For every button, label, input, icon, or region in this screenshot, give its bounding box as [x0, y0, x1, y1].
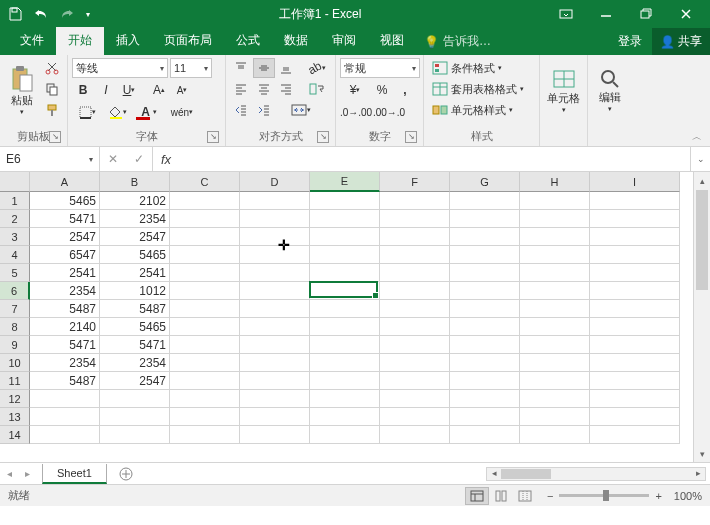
- cell[interactable]: [240, 318, 310, 336]
- expand-formula-bar-icon[interactable]: ⌄: [690, 147, 710, 171]
- col-header-I[interactable]: I: [590, 172, 680, 192]
- cell[interactable]: [170, 264, 240, 282]
- cell[interactable]: [240, 246, 310, 264]
- cell[interactable]: 5471: [30, 210, 100, 228]
- cell[interactable]: 2541: [100, 264, 170, 282]
- increase-font-icon[interactable]: A▴: [148, 80, 170, 100]
- cell[interactable]: [590, 246, 680, 264]
- cell[interactable]: [450, 192, 520, 210]
- cell[interactable]: [590, 282, 680, 300]
- cell[interactable]: [380, 300, 450, 318]
- cell[interactable]: 5465: [100, 318, 170, 336]
- font-name-combo[interactable]: 等线▾: [72, 58, 168, 78]
- decrease-indent-icon[interactable]: [230, 100, 252, 120]
- cell[interactable]: [520, 390, 590, 408]
- wrap-text-icon[interactable]: [303, 79, 331, 99]
- cell[interactable]: [380, 210, 450, 228]
- orientation-icon[interactable]: ab▾: [303, 58, 331, 78]
- cell[interactable]: [450, 372, 520, 390]
- tab-data[interactable]: 数据: [272, 27, 320, 55]
- tab-home[interactable]: 开始: [56, 27, 104, 55]
- cell[interactable]: [590, 390, 680, 408]
- cell[interactable]: [240, 354, 310, 372]
- align-middle-icon[interactable]: [253, 58, 275, 78]
- cell[interactable]: 6547: [30, 246, 100, 264]
- cell[interactable]: [450, 408, 520, 426]
- cell[interactable]: [240, 228, 310, 246]
- cell[interactable]: [170, 282, 240, 300]
- cell[interactable]: [170, 408, 240, 426]
- cell[interactable]: [520, 228, 590, 246]
- cell[interactable]: [380, 192, 450, 210]
- comma-icon[interactable]: ,: [394, 80, 416, 100]
- row-header-13[interactable]: 13: [0, 408, 30, 426]
- cell[interactable]: [520, 282, 590, 300]
- formula-input[interactable]: [179, 147, 690, 171]
- align-top-icon[interactable]: [230, 58, 252, 78]
- align-left-icon[interactable]: [230, 79, 252, 99]
- minimize-icon[interactable]: [586, 0, 626, 28]
- cell[interactable]: 5487: [30, 300, 100, 318]
- qat-customize-icon[interactable]: ▾: [82, 3, 94, 25]
- cell[interactable]: [520, 354, 590, 372]
- cell[interactable]: [380, 390, 450, 408]
- cell[interactable]: [450, 390, 520, 408]
- share-button[interactable]: 👤共享: [652, 28, 710, 55]
- row-header-14[interactable]: 14: [0, 426, 30, 444]
- cell[interactable]: [240, 282, 310, 300]
- cell[interactable]: [30, 426, 100, 444]
- row-header-8[interactable]: 8: [0, 318, 30, 336]
- vertical-scrollbar[interactable]: ▴ ▾: [693, 172, 710, 462]
- font-color-icon[interactable]: A▾: [134, 102, 164, 122]
- collapse-ribbon-icon[interactable]: ︿: [688, 130, 706, 144]
- horizontal-scrollbar[interactable]: ◂ ▸: [486, 467, 706, 481]
- fx-icon[interactable]: fx: [153, 147, 179, 171]
- cell[interactable]: [590, 210, 680, 228]
- cell[interactable]: [520, 192, 590, 210]
- cell[interactable]: [310, 300, 380, 318]
- cell[interactable]: [520, 246, 590, 264]
- scroll-thumb[interactable]: [696, 190, 708, 290]
- row-header-3[interactable]: 3: [0, 228, 30, 246]
- cell[interactable]: [240, 372, 310, 390]
- cell[interactable]: [310, 408, 380, 426]
- cell[interactable]: [310, 372, 380, 390]
- cell[interactable]: [450, 336, 520, 354]
- row-header-4[interactable]: 4: [0, 246, 30, 264]
- row-header-10[interactable]: 10: [0, 354, 30, 372]
- zoom-in-icon[interactable]: +: [655, 490, 661, 502]
- scroll-up-icon[interactable]: ▴: [694, 172, 710, 189]
- currency-icon[interactable]: ¥▾: [340, 80, 370, 100]
- cell[interactable]: [590, 228, 680, 246]
- cell[interactable]: [590, 336, 680, 354]
- cell-styles-button[interactable]: 单元格样式▾: [428, 100, 535, 120]
- cut-icon[interactable]: [41, 58, 63, 78]
- cell[interactable]: 2140: [30, 318, 100, 336]
- zoom-level[interactable]: 100%: [674, 490, 702, 502]
- bold-icon[interactable]: B: [72, 80, 94, 100]
- cell[interactable]: [240, 210, 310, 228]
- row-header-5[interactable]: 5: [0, 264, 30, 282]
- col-header-F[interactable]: F: [380, 172, 450, 192]
- tell-me[interactable]: 💡告诉我…: [416, 28, 499, 55]
- cell[interactable]: [30, 408, 100, 426]
- tab-file[interactable]: 文件: [8, 27, 56, 55]
- cancel-formula-icon[interactable]: ✕: [100, 152, 126, 166]
- cell[interactable]: [450, 228, 520, 246]
- cell[interactable]: 5465: [100, 246, 170, 264]
- hscroll-right-icon[interactable]: ▸: [691, 468, 705, 480]
- cell[interactable]: [100, 390, 170, 408]
- cell[interactable]: [590, 426, 680, 444]
- row-header-9[interactable]: 9: [0, 336, 30, 354]
- cell[interactable]: [310, 354, 380, 372]
- cell[interactable]: 2547: [30, 228, 100, 246]
- align-right-icon[interactable]: [276, 79, 298, 99]
- cell[interactable]: [170, 426, 240, 444]
- cell[interactable]: [380, 408, 450, 426]
- cell[interactable]: [590, 354, 680, 372]
- cell[interactable]: [590, 264, 680, 282]
- close-icon[interactable]: [666, 0, 706, 28]
- name-box[interactable]: E6▾: [0, 147, 100, 171]
- row-header-12[interactable]: 12: [0, 390, 30, 408]
- view-page-layout-icon[interactable]: [489, 487, 513, 505]
